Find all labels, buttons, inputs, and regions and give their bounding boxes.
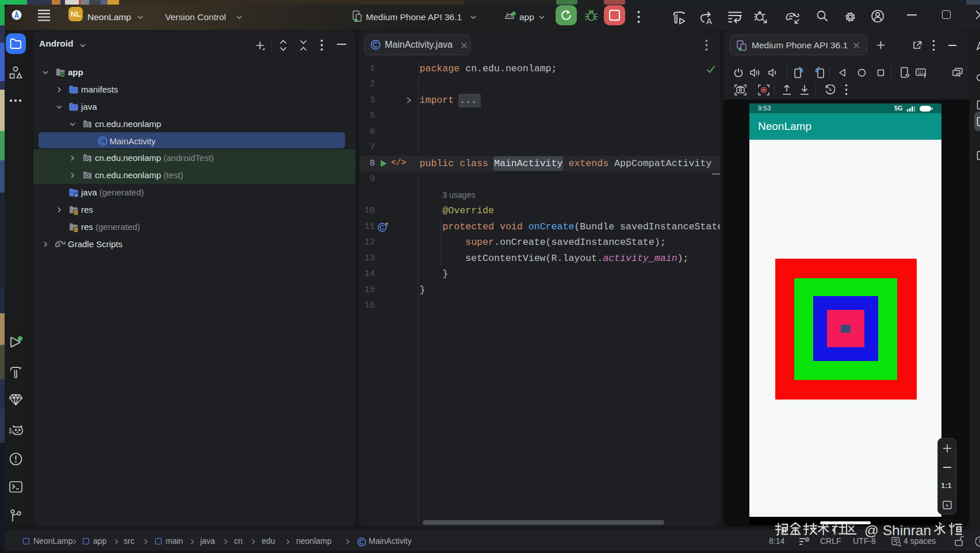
svg-text:A: A bbox=[706, 16, 712, 26]
svg-text:@ Shinran: @ Shinran bbox=[864, 523, 931, 538]
